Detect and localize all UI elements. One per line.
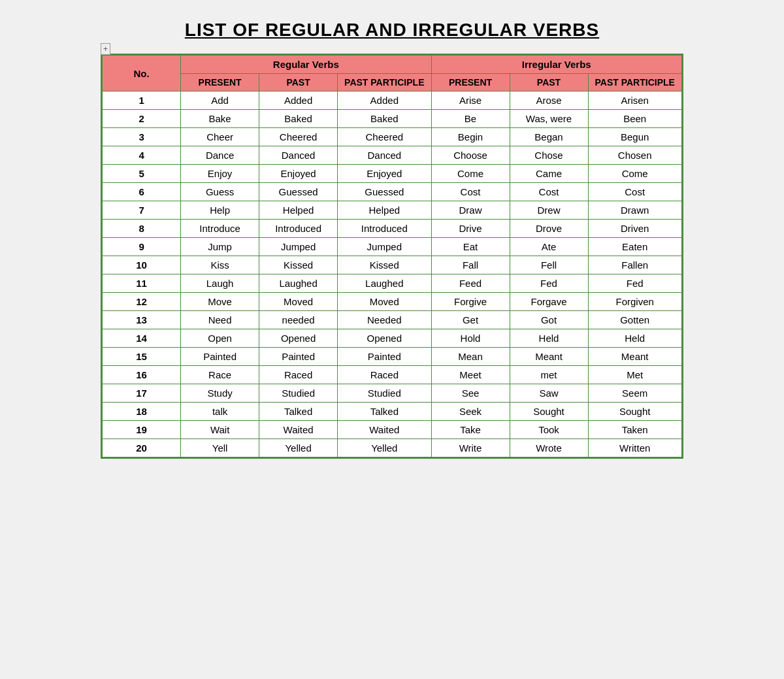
table-cell: Baked <box>338 110 431 128</box>
irr-past-header: PAST <box>510 74 588 91</box>
table-cell: Baked <box>259 110 338 128</box>
table-cell: Cost <box>510 183 588 201</box>
table-cell: Met <box>588 366 681 384</box>
table-cell: Draw <box>431 201 510 220</box>
table-cell: Laughed <box>338 274 431 293</box>
table-cell: Guess <box>181 183 259 201</box>
table-cell: Driven <box>588 220 681 238</box>
table-cell: Needed <box>338 311 431 329</box>
table-cell: Painted <box>181 348 259 366</box>
reg-past-header: PAST <box>259 74 338 91</box>
table-cell: Be <box>431 110 510 128</box>
table-cell: Forgiven <box>588 293 681 311</box>
table-cell: 4 <box>103 146 181 165</box>
table-cell: Waited <box>338 421 431 439</box>
table-cell: Fed <box>588 274 681 293</box>
table-cell: Laughed <box>259 274 338 293</box>
table-cell: Waited <box>259 421 338 439</box>
table-cell: Guessed <box>259 183 338 201</box>
table-cell: Cost <box>588 183 681 201</box>
table-cell: Was, were <box>510 110 588 128</box>
table-cell: Arose <box>510 91 588 110</box>
table-cell: Moved <box>338 293 431 311</box>
table-cell: 11 <box>103 274 181 293</box>
table-cell: 12 <box>103 293 181 311</box>
regular-verbs-header: Regular Verbs <box>181 56 431 74</box>
table-cell: Write <box>431 439 510 457</box>
table-cell: Come <box>588 165 681 183</box>
table-cell: Take <box>431 421 510 439</box>
table-cell: Raced <box>338 366 431 384</box>
table-cell: Wrote <box>510 439 588 457</box>
table-cell: Introduced <box>338 220 431 238</box>
table-cell: Yelled <box>338 439 431 457</box>
table-cell: Added <box>338 91 431 110</box>
table-row: 3CheerCheeredCheeredBeginBeganBegun <box>103 128 682 146</box>
table-cell: Drive <box>431 220 510 238</box>
verbs-table: No. Regular Verbs Irregular Verbs PRESEN… <box>102 55 682 457</box>
move-handle[interactable]: + <box>101 43 110 55</box>
table-cell: Move <box>181 293 259 311</box>
table-cell: Painted <box>338 348 431 366</box>
table-row: 4DanceDancedDancedChooseChoseChosen <box>103 146 682 165</box>
table-row: 11LaughLaughedLaughedFeedFedFed <box>103 274 682 293</box>
table-cell: Yell <box>181 439 259 457</box>
table-cell: Arise <box>431 91 510 110</box>
table-row: 16RaceRacedRacedMeetmetMet <box>103 366 682 384</box>
table-cell: 9 <box>103 238 181 256</box>
table-cell: 7 <box>103 201 181 220</box>
table-row: 10KissKissedKissedFallFellFallen <box>103 256 682 274</box>
table-cell: Took <box>510 421 588 439</box>
table-cell: Talked <box>338 403 431 421</box>
table-row: 2BakeBakedBakedBeWas, wereBeen <box>103 110 682 128</box>
table-cell: 1 <box>103 91 181 110</box>
table-cell: Need <box>181 311 259 329</box>
table-cell: Introduce <box>181 220 259 238</box>
table-cell: Held <box>588 329 681 348</box>
table-cell: Wait <box>181 421 259 439</box>
table-cell: Enjoyed <box>338 165 431 183</box>
table-cell: 3 <box>103 128 181 146</box>
table-cell: Began <box>510 128 588 146</box>
table-cell: Enjoyed <box>259 165 338 183</box>
table-cell: Painted <box>259 348 338 366</box>
table-cell: 2 <box>103 110 181 128</box>
table-cell: Hold <box>431 329 510 348</box>
table-row: 6GuessGuessedGuessedCostCostCost <box>103 183 682 201</box>
table-cell: Helped <box>338 201 431 220</box>
table-cell: Danced <box>338 146 431 165</box>
table-cell: Meet <box>431 366 510 384</box>
table-cell: Kiss <box>181 256 259 274</box>
table-cell: Arisen <box>588 91 681 110</box>
table-cell: Cheered <box>259 128 338 146</box>
table-cell: 19 <box>103 421 181 439</box>
irr-present-header: PRESENT <box>431 74 510 91</box>
table-cell: Cheered <box>338 128 431 146</box>
table-cell: Drove <box>510 220 588 238</box>
reg-pp-header: PAST PARTICIPLE <box>338 74 431 91</box>
table-cell: Forgive <box>431 293 510 311</box>
table-cell: 15 <box>103 348 181 366</box>
table-cell: Moved <box>259 293 338 311</box>
table-cell: Come <box>431 165 510 183</box>
table-cell: Kissed <box>259 256 338 274</box>
table-cell: Mean <box>431 348 510 366</box>
table-cell: Add <box>181 91 259 110</box>
table-cell: Cost <box>431 183 510 201</box>
table-cell: Kissed <box>338 256 431 274</box>
table-cell: Meant <box>510 348 588 366</box>
table-cell: Helped <box>259 201 338 220</box>
table-cell: Introduced <box>259 220 338 238</box>
table-cell: Get <box>431 311 510 329</box>
irr-pp-header: PAST PARTICIPLE <box>588 74 681 91</box>
table-cell: 5 <box>103 165 181 183</box>
table-cell: Choose <box>431 146 510 165</box>
table-cell: Jumped <box>338 238 431 256</box>
reg-present-header: PRESENT <box>181 74 259 91</box>
table-cell: Raced <box>259 366 338 384</box>
table-cell: 8 <box>103 220 181 238</box>
table-cell: Bake <box>181 110 259 128</box>
table-cell: Jumped <box>259 238 338 256</box>
table-cell: Added <box>259 91 338 110</box>
table-row: 19WaitWaitedWaitedTakeTookTaken <box>103 421 682 439</box>
